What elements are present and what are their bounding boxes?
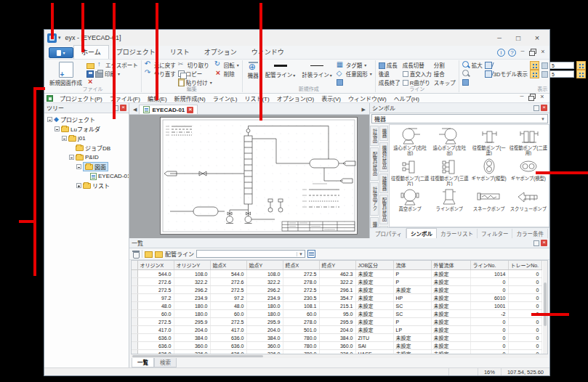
cell-job-class[interactable]: 未設定 [355, 326, 393, 334]
line-filter-combo[interactable]: ▼ [196, 250, 305, 258]
column-header[interactable]: JOB区分 [355, 261, 393, 270]
cell-origin-x[interactable]: 417.0 [137, 326, 174, 334]
cell-outer-fluid[interactable]: 未設定 [431, 270, 470, 278]
copy-button[interactable]: コピー [178, 70, 212, 78]
cell-train-no[interactable]: 0 [508, 270, 541, 278]
tags-button[interactable]: タグ類 [337, 61, 372, 69]
cell-start-x[interactable]: 636.0 [210, 342, 246, 350]
print-button[interactable]: 印刷 [86, 70, 138, 78]
collapse-icon[interactable] [47, 117, 52, 122]
cell-fluid[interactable]: SC [393, 302, 431, 310]
cell-end-x[interactable]: 230.5 [283, 294, 319, 302]
symbol-item[interactable]: 遠心ポンプ(右吐出) [390, 126, 430, 155]
cell-origin-y[interactable]: 295.9 [174, 318, 210, 326]
menu-item[interactable]: 表示(V) [318, 94, 345, 102]
tree-item-j01[interactable]: j01 [44, 134, 129, 143]
cell-origin-x[interactable]: 272.5 [137, 318, 174, 326]
cell-job-class[interactable]: SAI [355, 342, 393, 350]
pipe-line-button[interactable]: 配管ライン [263, 61, 298, 86]
column-header[interactable]: トレーンNo. [508, 261, 541, 270]
measure-button[interactable] [576, 61, 586, 69]
cell-origin-y[interactable]: 296.2 [174, 286, 210, 294]
pan-button[interactable] [485, 61, 528, 69]
cell-origin-x[interactable]: 272.5 [137, 286, 174, 294]
cell-origin-x[interactable]: 544.0 [137, 270, 174, 278]
cell-outer-fluid[interactable]: 未設定 [431, 334, 470, 342]
cell-end-x[interactable]: 278.0 [283, 318, 319, 326]
cell-fluid[interactable]: P [393, 318, 431, 326]
menu-item[interactable]: 新規作成(N) [171, 94, 209, 102]
cell-origin-y[interactable]: 180.0 [174, 310, 210, 318]
cell-line-no[interactable]: 0 [470, 342, 508, 350]
cell-job-class[interactable]: 未設定 [355, 302, 393, 310]
cell-start-y[interactable]: 360.0 [246, 342, 283, 350]
cell-job-class[interactable]: 未設定 [355, 318, 393, 326]
tab-project[interactable]: プロジェクト [109, 46, 163, 59]
cell-end-x[interactable]: 272.5 [283, 286, 319, 294]
cell-start-x[interactable]: 97.2 [210, 294, 246, 302]
refresh-button[interactable] [307, 250, 315, 258]
column-header[interactable]: 始点X [210, 261, 246, 270]
cell-origin-x[interactable]: 60.0 [137, 310, 174, 318]
cell-end-x[interactable]: 501.0 [283, 326, 319, 334]
split-button[interactable]: 分割 [434, 61, 456, 69]
tree-item-list[interactable]: リスト [44, 181, 129, 190]
cell-train-no[interactable]: 0 [508, 278, 541, 286]
cell-end-y[interactable]: 296.1 [319, 286, 355, 294]
tab-filter[interactable]: フィルター [478, 229, 512, 238]
cell-start-y[interactable]: 296.2 [246, 286, 283, 294]
ortho-checkbox[interactable]: 直交入力 [403, 70, 432, 78]
cell-fluid[interactable]: HP [393, 294, 431, 302]
column-header[interactable]: ラインNo. [470, 261, 508, 270]
symbol-category-combo[interactable]: 機器 ▼ [371, 114, 548, 123]
symbol-item[interactable]: ギヤポンプ(横型) [509, 157, 548, 186]
menu-item[interactable]: リスト(T) [241, 94, 273, 102]
grid-y-input[interactable]: 5 [549, 70, 574, 78]
cell-origin-y[interactable]: 180.0 [174, 302, 210, 310]
cell-job-class[interactable]: 未設定 [355, 294, 393, 302]
cell-fluid[interactable]: 未設定 [393, 334, 431, 342]
tree-close-icon[interactable] [120, 105, 126, 111]
cell-outer-fluid[interactable]: 未設定 [431, 294, 470, 302]
collapse-icon[interactable] [69, 155, 74, 160]
cell-end-x[interactable]: 278.0 [283, 278, 319, 286]
cell-job-class[interactable]: 未設定 [355, 270, 393, 278]
symbol-item[interactable]: ラインポンプ [430, 187, 469, 216]
symbol-category-tab[interactable]: 配管付属品 [379, 195, 388, 224]
column-header[interactable]: 外管流体 [431, 261, 470, 270]
file-menu-button[interactable]: ▾ [49, 47, 73, 58]
help-icon[interactable]: ? [508, 49, 516, 57]
cell-end-y[interactable]: 360.0 [319, 342, 355, 350]
cell-start-y[interactable]: 295.9 [246, 318, 283, 326]
menu-item[interactable]: プロジェクト(P) [56, 94, 106, 102]
cell-start-y[interactable]: 180.0 [246, 310, 283, 318]
tree-item-zumen[interactable]: 図面 [44, 162, 129, 171]
cell-outer-fluid[interactable]: 未設定 [431, 278, 470, 286]
cell-line-no[interactable]: 0 [470, 334, 508, 342]
layer-button[interactable] [576, 70, 586, 78]
column-header[interactable]: 始点Y [246, 261, 283, 270]
cell-outer-fluid[interactable]: 未設定 [431, 326, 470, 334]
hide-rows-button[interactable] [155, 251, 163, 258]
grid-x-input[interactable]: 5 [549, 62, 574, 69]
doc-restore-button[interactable] [527, 93, 537, 102]
table-row[interactable]: 60.0 180.0 60.0 180.0 60.0 95.0 未設定 SC 未 [132, 310, 541, 318]
cell-line-no[interactable]: 0 [470, 286, 508, 294]
table-row[interactable]: 272.5 295.9 272.5 295.9 278.0 295.9 未設定 … [132, 318, 541, 326]
menu-item[interactable]: ヘルプ(H) [390, 94, 423, 102]
cell-start-x[interactable]: 272.6 [210, 278, 246, 286]
cell-start-x[interactable]: 636.0 [210, 334, 246, 342]
tab-option[interactable]: オプション [197, 46, 244, 59]
menu-item[interactable]: オプション(O) [273, 94, 318, 102]
tab-home[interactable]: ホーム [73, 45, 109, 59]
cell-start-y[interactable]: 180.0 [246, 302, 283, 310]
cell-fluid[interactable]: 未設定 [393, 342, 431, 350]
column-header[interactable]: オリジンX [137, 261, 174, 270]
close-button[interactable] [528, 31, 547, 44]
cell-end-y[interactable]: 384.0 [319, 334, 355, 342]
cell-end-y[interactable]: 295.9 [319, 318, 355, 326]
symbol-category-tab[interactable]: 機器 [379, 126, 388, 141]
table-row[interactable]: 48.0 180.0 48.0 180.0 108.1 215.1 未設定 SC [132, 302, 541, 310]
list-close-icon[interactable] [541, 240, 547, 246]
quick-access-caret-icon[interactable]: ▾ [58, 35, 61, 41]
